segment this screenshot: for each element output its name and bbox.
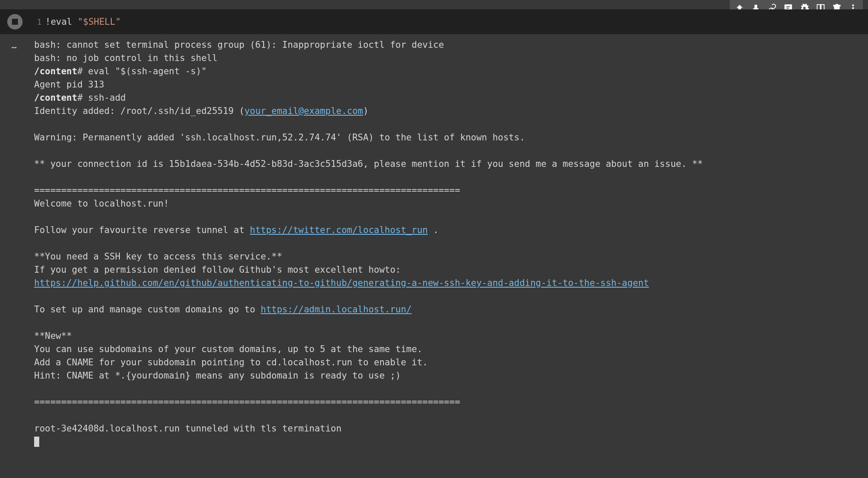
output-line: bash: no job control in this shell (34, 53, 218, 63)
code-cell: 1 !eval "$SHELL" … bash: cannot set term… (0, 9, 868, 449)
output-line: ========================================… (34, 185, 460, 195)
output-line: . (428, 225, 438, 235)
output-line: **You need a SSH key to access this serv… (34, 251, 282, 262)
code-string: "$SHELL" (78, 17, 121, 27)
cell-input-row: 1 !eval "$SHELL" (0, 9, 868, 34)
output-line: Warning: Permanently added 'ssh.localhos… (34, 132, 525, 143)
run-cell-button[interactable] (0, 9, 30, 34)
code-prefix: ! (45, 17, 51, 27)
prompt-cmd: # ssh-add (77, 93, 126, 103)
output-line: Follow your favourite reverse tunnel at (34, 225, 250, 235)
github-help-link[interactable]: https://help.github.com/en/github/authen… (34, 278, 649, 288)
output-line: root-3e42408d.localhost.run tunneled wit… (34, 423, 342, 434)
line-number: 1 (30, 9, 45, 34)
code-editor[interactable]: !eval "$SHELL" (45, 9, 868, 34)
prompt-cmd: # eval "$(ssh-agent -s)" (77, 66, 206, 76)
output-line: ** your connection id is 15b1daea-534b-4… (34, 159, 703, 169)
output-line: If you get a permission denied follow Gi… (34, 265, 401, 275)
output-line: Hint: CNAME at *.{yourdomain} means any … (34, 370, 401, 381)
output-line: Welcome to localhost.run! (34, 198, 169, 209)
email-link[interactable]: your_email@example.com (244, 106, 363, 116)
prompt-path: /content (34, 93, 77, 103)
twitter-link[interactable]: https://twitter.com/localhost_run (250, 225, 428, 235)
svg-point-2 (852, 5, 854, 6)
output-line: ) (363, 106, 369, 116)
output-line: bash: cannot set terminal process group … (34, 40, 444, 50)
output-line: You can use subdomains of your custom do… (34, 344, 422, 354)
code-call: eval (51, 17, 78, 27)
output-line: **New** (34, 331, 72, 341)
cursor-icon (34, 437, 39, 447)
output-line: To set up and manage custom domains go t… (34, 304, 261, 315)
stop-icon (7, 14, 23, 29)
output-line: Agent pid 313 (34, 79, 104, 90)
output-line: Add a CNAME for your subdomain pointing … (34, 357, 428, 367)
output-line: ========================================… (34, 397, 460, 407)
svg-point-3 (852, 7, 854, 9)
cell-output-row: … bash: cannot set terminal process grou… (0, 34, 868, 449)
admin-link[interactable]: https://admin.localhost.run/ (261, 304, 412, 315)
prompt-path: /content (34, 66, 77, 76)
cell-output[interactable]: bash: cannot set terminal process group … (30, 38, 868, 449)
output-line: Identity added: /root/.ssh/id_ed25519 ( (34, 106, 244, 116)
output-collapse-button[interactable]: … (0, 38, 30, 449)
